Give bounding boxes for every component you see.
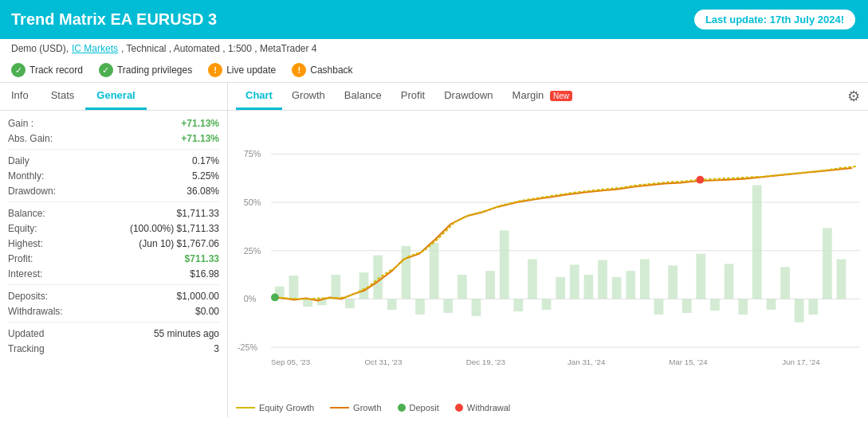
highest-label: Highest: bbox=[8, 238, 43, 249]
stat-profit: Profit: $711.33 bbox=[8, 251, 219, 266]
svg-point-57 bbox=[271, 294, 279, 302]
interest-label: Interest: bbox=[8, 268, 42, 280]
svg-rect-56 bbox=[837, 260, 846, 299]
check-icon: ✓ bbox=[99, 63, 113, 77]
tab-stats[interactable]: Stats bbox=[40, 83, 86, 110]
badge-cashback[interactable]: ! Cashback bbox=[292, 63, 352, 77]
subheader: Demo (USD), IC Markets , Technical , Aut… bbox=[0, 39, 868, 58]
chart-tabs: Chart Growth Balance Profit Drawdown Mar… bbox=[228, 83, 868, 111]
subheader-text: Demo (USD), bbox=[11, 43, 69, 54]
svg-rect-35 bbox=[542, 299, 552, 310]
svg-text:75%: 75% bbox=[244, 149, 261, 158]
equity-growth-line bbox=[236, 407, 255, 408]
tab-drawdown[interactable]: Drawdown bbox=[434, 83, 502, 110]
legend-withdrawal-label: Withdrawal bbox=[467, 403, 510, 412]
badge-trading-privileges[interactable]: ✓ Trading privileges bbox=[99, 63, 192, 77]
svg-rect-24 bbox=[387, 299, 397, 310]
interest-value: $16.98 bbox=[190, 268, 219, 280]
new-badge: New bbox=[550, 91, 572, 101]
legend-withdrawal: Withdrawal bbox=[455, 403, 510, 412]
subheader-rest: , Technical , Automated , 1:500 , MetaTr… bbox=[121, 43, 316, 54]
balance-value: $1,711.33 bbox=[177, 208, 219, 219]
svg-rect-32 bbox=[500, 230, 509, 299]
svg-rect-18 bbox=[303, 299, 312, 307]
tab-general[interactable]: General bbox=[85, 83, 146, 110]
monthly-value: 5.25% bbox=[192, 170, 219, 182]
gain-value: +71.13% bbox=[181, 118, 219, 129]
svg-rect-43 bbox=[654, 299, 664, 315]
svg-rect-25 bbox=[401, 246, 410, 299]
updated-label: Updated bbox=[8, 328, 44, 339]
tab-profit[interactable]: Profit bbox=[391, 83, 434, 110]
svg-text:Mar 15, '24: Mar 15, '24 bbox=[669, 358, 708, 366]
tab-margin[interactable]: Margin New bbox=[503, 83, 582, 110]
stat-equity: Equity: (100.00%) $1,711.33 bbox=[8, 221, 219, 236]
svg-text:0%: 0% bbox=[244, 294, 257, 303]
stat-updated: Updated 55 minutes ago bbox=[8, 326, 219, 341]
daily-label: Daily bbox=[8, 155, 29, 166]
tab-info[interactable]: Info bbox=[0, 83, 40, 110]
svg-text:Jun 17, '24: Jun 17, '24 bbox=[782, 358, 820, 366]
info-icon: ! bbox=[292, 63, 306, 77]
badge-live-update[interactable]: ! Live update bbox=[208, 63, 276, 77]
svg-text:50%: 50% bbox=[244, 197, 261, 207]
page-title: Trend Matrix EA EURUSD 3 bbox=[11, 10, 217, 29]
tab-growth[interactable]: Growth bbox=[282, 83, 335, 110]
stat-tracking: Tracking 3 bbox=[8, 341, 219, 356]
main-content: Info Stats General Gain : +71.13% Abs. G… bbox=[0, 83, 868, 417]
svg-rect-49 bbox=[738, 299, 748, 315]
badge-track-record[interactable]: ✓ Track record bbox=[11, 63, 83, 77]
stat-balance: Balance: $1,711.33 bbox=[8, 205, 219, 221]
svg-rect-26 bbox=[415, 299, 425, 315]
abs-gain-value: +71.13% bbox=[181, 133, 219, 144]
svg-rect-40 bbox=[612, 277, 622, 299]
deposit-dot bbox=[398, 404, 406, 412]
settings-icon[interactable]: ⚙ bbox=[847, 88, 860, 105]
svg-rect-20 bbox=[331, 275, 340, 299]
tab-chart[interactable]: Chart bbox=[236, 83, 282, 110]
stat-deposits: Deposits: $1,000.00 bbox=[8, 288, 219, 303]
svg-rect-41 bbox=[626, 271, 635, 299]
monthly-label: Monthly: bbox=[8, 170, 44, 182]
drawdown-value: 36.08% bbox=[187, 186, 219, 197]
legend-deposit-label: Deposit bbox=[410, 403, 439, 412]
svg-rect-30 bbox=[472, 299, 481, 316]
svg-rect-39 bbox=[598, 260, 607, 299]
withdrawals-label: Withdrawals: bbox=[8, 306, 63, 317]
stat-abs-gain: Abs. Gain: +71.13% bbox=[8, 131, 219, 146]
svg-rect-42 bbox=[640, 260, 650, 299]
svg-rect-37 bbox=[570, 264, 579, 299]
svg-rect-52 bbox=[780, 267, 790, 299]
badge-label: Live update bbox=[226, 64, 276, 76]
stat-daily: Daily 0.17% bbox=[8, 153, 219, 168]
svg-text:Jan 31, '24: Jan 31, '24 bbox=[568, 358, 606, 366]
left-tabs: Info Stats General bbox=[0, 83, 227, 111]
badges-bar: ✓ Track record ✓ Trading privileges ! Li… bbox=[0, 58, 868, 83]
chart-svg: 75% 50% 25% 0% -25% Sep 05, '23 Oct 31, … bbox=[236, 119, 860, 400]
svg-rect-45 bbox=[682, 299, 692, 313]
svg-rect-29 bbox=[458, 275, 467, 299]
legend-growth-label: Growth bbox=[353, 403, 381, 412]
page-header: Trend Matrix EA EURUSD 3 Last update: 17… bbox=[0, 0, 868, 39]
svg-rect-38 bbox=[584, 275, 594, 299]
tab-balance[interactable]: Balance bbox=[335, 83, 391, 110]
left-panel: Info Stats General Gain : +71.13% Abs. G… bbox=[0, 83, 228, 417]
stats-table: Gain : +71.13% Abs. Gain: +71.13% Daily … bbox=[0, 111, 227, 361]
svg-rect-31 bbox=[485, 271, 495, 299]
drawdown-label: Drawdown: bbox=[8, 186, 56, 197]
last-update-badge: Last update: 17th July 2024! bbox=[693, 8, 857, 31]
badge-label: Cashback bbox=[310, 64, 352, 76]
svg-text:-25%: -25% bbox=[238, 342, 258, 352]
tracking-value: 3 bbox=[214, 343, 219, 354]
equity-label: Equity: bbox=[8, 223, 37, 234]
profit-label: Profit: bbox=[8, 253, 33, 264]
svg-rect-50 bbox=[752, 186, 762, 299]
svg-text:Sep 05, '23: Sep 05, '23 bbox=[271, 358, 310, 366]
highest-value: (Jun 10) $1,767.06 bbox=[139, 238, 219, 249]
chart-area: 75% 50% 25% 0% -25% Sep 05, '23 Oct 31, … bbox=[228, 111, 868, 400]
right-panel: Chart Growth Balance Profit Drawdown Mar… bbox=[228, 83, 868, 417]
svg-rect-54 bbox=[808, 299, 818, 315]
legend-equity-growth-label: Equity Growth bbox=[259, 403, 314, 412]
broker-link[interactable]: IC Markets bbox=[72, 43, 118, 54]
svg-rect-33 bbox=[513, 299, 523, 311]
